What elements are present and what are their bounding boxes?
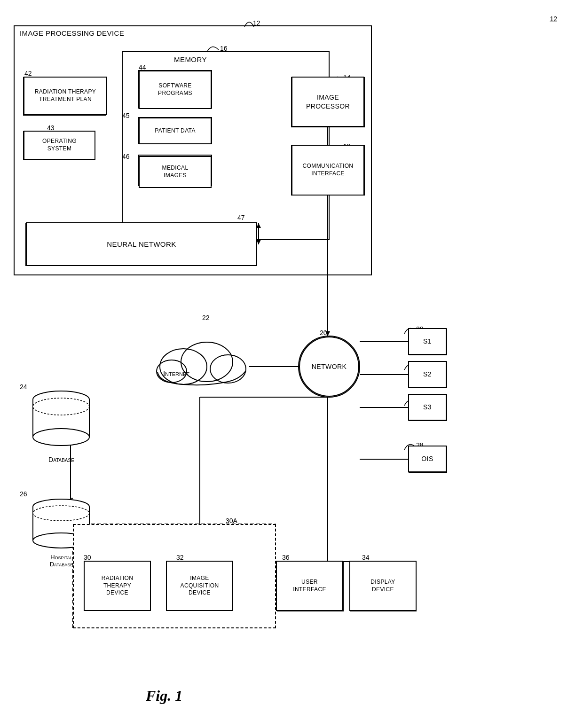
network-label: Network [312,362,347,371]
patient-data-label: Patient Data [155,127,196,135]
network-circle: Network [299,337,359,397]
user-interface-label: UserInterface [293,579,326,593]
ref-16: 16 [202,40,240,56]
diagram: 12 12 Image Processing Device 16 Memory … [0,0,583,728]
software-programs-box: SoftwarePrograms [139,70,212,109]
ois-box: OIS [408,446,447,472]
radiation-therapy-device-box: RadiationTherapyDevice [84,561,151,611]
s3-label: S3 [423,403,432,411]
operating-system-label: OperatingSystem [42,138,77,152]
database-label: Database [32,456,91,463]
medical-images-label: MedicalImages [162,164,189,179]
svg-point-56 [33,429,89,446]
communication-interface-box: CommunicationInterface [292,145,364,196]
svg-point-45 [210,355,246,383]
image-processing-device-label: Image Processing Device [20,29,124,37]
image-processor-label: ImageProcessor [306,93,350,110]
ref-30a: 30A [226,517,237,524]
svg-text:16: 16 [220,45,228,52]
software-programs-label: SoftwarePrograms [158,82,192,97]
svg-point-57 [33,398,89,415]
memory-label: Memory [174,55,207,63]
patient-data-box: Patient Data [139,117,212,144]
ref-46: 46 [122,153,130,160]
ref-30: 30 [84,554,91,561]
s3-box: S3 [408,394,447,421]
image-processor-box: ImageProcessor [292,77,364,127]
image-acquisition-device-box: ImageAcquisitionDevice [166,561,233,611]
neural-network-box: Neural Network [26,222,257,266]
medical-images-box: MedicalImages [139,156,212,188]
ref-32: 32 [176,554,184,561]
fig-caption: Fig. 1 [146,687,182,705]
ref-47: 47 [237,214,245,221]
s2-label: S2 [423,370,432,378]
radiation-therapy-plan-box: Radiation TherapyTreatment Plan [24,77,107,115]
neural-network-label: Neural Network [107,240,176,249]
radiation-therapy-plan-label: Radiation TherapyTreatment Plan [35,88,96,103]
display-device-label: DisplayDevice [370,579,395,593]
image-acquisition-device-label: ImageAcquisitionDevice [181,575,219,597]
internet-cloud: Internet [146,329,254,392]
s1-box: S1 [408,328,447,355]
svg-text:Internet: Internet [163,369,189,377]
ref-36: 36 [282,554,290,561]
ref-42: 42 [24,70,32,77]
ois-label: OIS [421,454,433,463]
ref-26: 26 [20,490,27,498]
ref-12: 12 [235,15,263,31]
svg-text:12: 12 [253,19,260,27]
s2-box: S2 [408,361,447,388]
ref-45: 45 [122,112,130,119]
ref-10: 12 [550,15,557,23]
ref-24: 24 [20,383,27,391]
user-interface-box: UserInterface [276,561,343,611]
ref-20: 20 [320,329,327,337]
database-cylinder [31,390,92,448]
operating-system-box: OperatingSystem [24,131,95,160]
s1-label: S1 [423,337,432,345]
display-device-box: DisplayDevice [349,561,417,611]
svg-point-63 [33,506,89,521]
ref-22: 22 [202,314,210,321]
radiation-therapy-device-label: RadiationTherapyDevice [102,575,134,597]
ref-44: 44 [139,63,146,71]
communication-interface-label: CommunicationInterface [303,163,354,177]
ref-34: 34 [362,554,370,561]
